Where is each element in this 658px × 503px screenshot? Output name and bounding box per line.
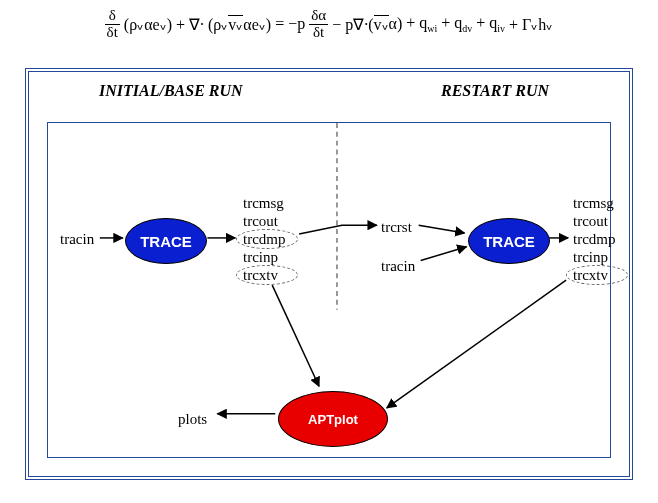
- node-trace-initial-label: TRACE: [140, 233, 192, 250]
- gamma-h: + Γᵥhᵥ: [509, 15, 553, 34]
- out2-trcout: trcout: [573, 213, 608, 230]
- out2-trcxtv: trcxtv: [573, 267, 608, 284]
- page: δ δt (ρᵥαeᵥ) + ∇· (ρᵥvᵥαeᵥ) = −p δα δt −…: [0, 0, 658, 503]
- out2-trcinp: trcinp: [573, 249, 608, 266]
- heading-restart: RESTART RUN: [441, 82, 549, 100]
- out1-trcdmp: trcdmp: [243, 231, 286, 248]
- rhs-alpha-close: α): [389, 15, 403, 33]
- node-trace-initial: TRACE: [125, 218, 207, 264]
- q-iv: + qiv: [476, 14, 505, 34]
- node-aptplot-label: APTplot: [308, 412, 358, 427]
- heading-initial: INITIAL/BASE RUN: [99, 82, 243, 100]
- minus-p: −p: [288, 15, 305, 33]
- arrow-trcxtv1-aptplot: [272, 285, 319, 386]
- lhs-paren2-pre: (ρᵥ: [208, 15, 228, 34]
- label-plots: plots: [178, 411, 207, 428]
- arrow-trcrst-trace2: [419, 225, 465, 233]
- label-tracin-2: tracin: [381, 258, 415, 275]
- frac-ddt-alpha: δα δt: [309, 8, 328, 41]
- label-trcrst: trcrst: [381, 219, 412, 236]
- equation: δ δt (ρᵥαeᵥ) + ∇· (ρᵥvᵥαeᵥ) = −p δα δt −…: [0, 8, 658, 41]
- label-tracin-1: tracin: [60, 231, 94, 248]
- out2-trcdmp: trcdmp: [573, 231, 616, 248]
- rhs-overbar-vv: vᵥ: [374, 15, 389, 33]
- minus-p-nabla: − p∇·(: [332, 15, 373, 34]
- out1-trcmsg: trcmsg: [243, 195, 284, 212]
- nabla-dot: + ∇·: [176, 15, 204, 34]
- out1-trcxtv: trcxtv: [243, 267, 278, 284]
- num: δ: [105, 8, 120, 25]
- num2: δα: [309, 8, 328, 25]
- node-trace-restart-label: TRACE: [483, 233, 535, 250]
- diagram-outer-frame: INITIAL/BASE RUN RESTART RUN tracin TRAC…: [25, 68, 633, 480]
- arrow-tracin2-trace2: [421, 247, 467, 261]
- q-wi: + qwi: [406, 14, 437, 34]
- out2-trcmsg: trcmsg: [573, 195, 614, 212]
- arrow-trcdmp-trcrst: [299, 225, 377, 234]
- node-aptplot: APTplot: [278, 391, 388, 447]
- den2: δt: [309, 25, 328, 41]
- out1-trcinp: trcinp: [243, 249, 278, 266]
- q-dv: + qdv: [441, 14, 472, 34]
- node-trace-restart: TRACE: [468, 218, 550, 264]
- frac-ddt-1: δ δt: [105, 8, 120, 41]
- lhs-paren1: (ρᵥαeᵥ): [124, 15, 172, 34]
- lhs-overbar-vv: vᵥ: [228, 15, 243, 33]
- diagram-inner-frame: tracin TRACE trcmsg trcout trcdmp trcinp…: [47, 122, 611, 458]
- lhs-paren2-post: αeᵥ): [243, 15, 271, 34]
- arrow-trcxtv2-aptplot: [387, 280, 566, 408]
- den: δt: [105, 25, 120, 41]
- equals: =: [275, 15, 284, 33]
- out1-trcout: trcout: [243, 213, 278, 230]
